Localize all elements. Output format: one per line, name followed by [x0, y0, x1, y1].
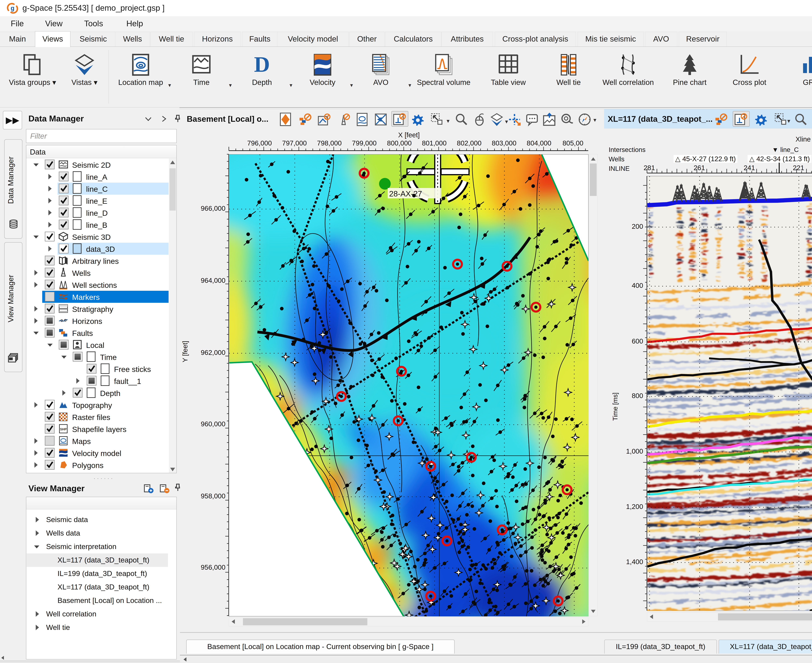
svg-text:View Manager: View Manager: [6, 275, 15, 322]
svg-text:g: g: [11, 5, 14, 11]
svg-text:D: D: [254, 53, 270, 75]
svg-text:SHP: SHP: [60, 427, 66, 431]
svg-text:28-AX-27: 28-AX-27: [389, 189, 422, 198]
svg-text:Data Manager: Data Manager: [6, 157, 15, 204]
